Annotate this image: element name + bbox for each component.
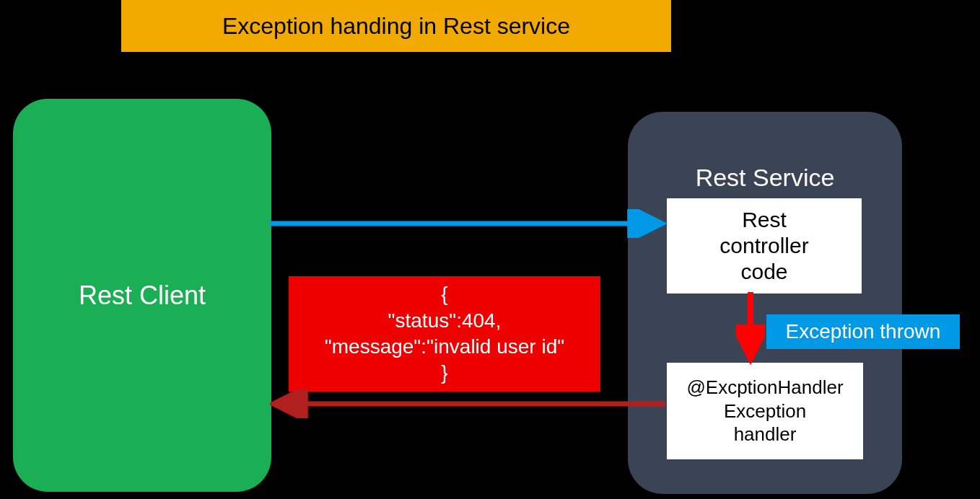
controller-box: Rest controller code — [667, 198, 862, 293]
rest-client-box: Rest Client — [13, 99, 271, 492]
handler-line1: @ExcptionHandler — [686, 376, 843, 399]
error-brace-open: { — [441, 281, 447, 307]
exception-thrown-text: Exception thrown — [786, 320, 941, 343]
title-banner: Exception handing in Rest service — [121, 0, 671, 52]
error-message-line: "message":"invalid user id" — [325, 334, 564, 360]
request-arrow — [270, 209, 674, 238]
controller-line3: code — [740, 259, 787, 285]
error-brace-close: } — [441, 360, 447, 386]
title-text: Exception handing in Rest service — [222, 13, 570, 40]
exception-thrown-label: Exception thrown — [766, 314, 960, 349]
controller-line1: Rest — [742, 207, 787, 233]
response-arrow — [270, 389, 674, 418]
error-status-line: "status":404, — [388, 308, 502, 334]
controller-line2: controller — [719, 233, 808, 259]
rest-client-label: Rest Client — [79, 281, 206, 311]
rest-service-label: Rest Service — [628, 164, 902, 192]
handler-line2: Exception — [724, 399, 806, 423]
rest-service-box: Rest Service Rest controller code @Excpt… — [628, 112, 902, 494]
handler-box: @ExcptionHandler Exception handler — [667, 363, 863, 459]
error-response-box: { "status":404, "message":"invalid user … — [289, 276, 600, 392]
handler-line3: handler — [734, 423, 797, 446]
